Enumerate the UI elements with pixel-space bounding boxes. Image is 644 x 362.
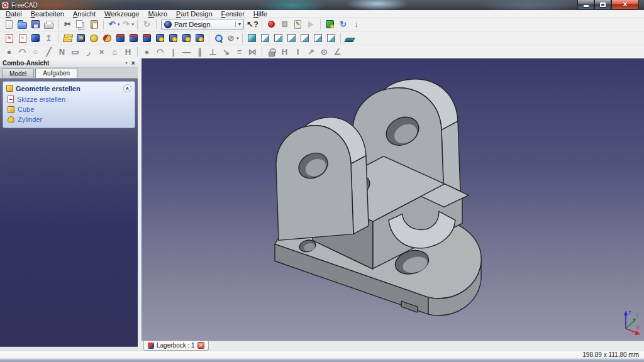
new-document-button[interactable] bbox=[3, 18, 15, 31]
download-button[interactable]: ↓ bbox=[350, 18, 362, 31]
lagerbock-3d-part[interactable] bbox=[142, 59, 644, 341]
polar-pattern-button[interactable] bbox=[180, 32, 192, 45]
fillet-button[interactable] bbox=[114, 32, 126, 45]
dropdown-caret-icon[interactable]: ▾ bbox=[235, 21, 241, 27]
create-polyline-button[interactable]: N bbox=[56, 46, 68, 58]
view-bottom-button[interactable] bbox=[312, 32, 324, 45]
chamfer-button[interactable] bbox=[128, 32, 140, 45]
tab-model[interactable]: Model bbox=[2, 69, 34, 78]
create-arc-button[interactable]: ◠ bbox=[16, 46, 28, 58]
constrain-parallel-button[interactable]: ∥ bbox=[194, 46, 206, 58]
refresh-button[interactable]: ↻ bbox=[141, 18, 153, 31]
draw-style-button[interactable]: ⊘▾ bbox=[226, 32, 239, 45]
cut-button[interactable]: ✂ bbox=[62, 18, 74, 31]
view-front-button[interactable] bbox=[259, 32, 271, 45]
dropdown-caret-icon[interactable]: ▾ bbox=[236, 36, 239, 41]
toggle-construction-button[interactable]: H bbox=[122, 46, 134, 58]
constrain-angle-button[interactable]: ∠ bbox=[331, 46, 343, 58]
macro-play-button[interactable] bbox=[305, 18, 317, 31]
edit-sketch-button[interactable]: ≈ bbox=[16, 32, 28, 45]
constrain-equal-button[interactable]: = bbox=[233, 46, 245, 58]
menu-werkzeuge[interactable]: Werkzeuge bbox=[100, 10, 143, 18]
view-right-button[interactable] bbox=[286, 32, 297, 45]
copy-button[interactable] bbox=[75, 18, 87, 31]
map-sketch-button[interactable] bbox=[30, 32, 42, 45]
create-fillet-button[interactable]: ◞ bbox=[82, 46, 94, 58]
constrain-horizontal-button[interactable]: — bbox=[180, 46, 192, 58]
view-axonometric-button[interactable] bbox=[246, 32, 258, 45]
mirrored-button[interactable] bbox=[154, 32, 166, 45]
create-circle-button[interactable]: ○ bbox=[30, 46, 42, 58]
open-document-button[interactable] bbox=[16, 18, 28, 31]
view-top-button[interactable] bbox=[272, 32, 284, 45]
document-tab-lagerbock-1[interactable]: Lagerbock : 1× bbox=[143, 341, 209, 351]
leave-sketch-button[interactable]: ↥ bbox=[43, 32, 55, 45]
macro-stop-button[interactable] bbox=[279, 18, 291, 31]
constrain-distance-x-button[interactable]: H bbox=[279, 46, 291, 58]
zoom-fit-all-button[interactable] bbox=[213, 32, 225, 45]
close-button[interactable]: × bbox=[611, 0, 639, 9]
revolution-button[interactable] bbox=[88, 32, 100, 45]
pocket-button[interactable] bbox=[75, 32, 87, 45]
menu-ansicht[interactable]: Ansicht bbox=[69, 10, 100, 18]
measure-button[interactable] bbox=[344, 32, 356, 45]
menu-bearbeiten[interactable]: Bearbeiten bbox=[26, 10, 69, 18]
minimize-button[interactable] bbox=[577, 0, 594, 9]
dock-pin-icon[interactable]: ▪ bbox=[125, 60, 127, 66]
external-geometry-button[interactable]: ⌂ bbox=[109, 46, 121, 58]
create-point-button[interactable]: ● bbox=[3, 46, 15, 58]
title-bar[interactable]: FreeCAD × bbox=[0, 0, 644, 10]
multi-transform-button[interactable] bbox=[194, 32, 206, 45]
constrain-coincident-button[interactable]: ● bbox=[141, 46, 153, 58]
macro-record-button[interactable] bbox=[265, 18, 277, 31]
undo-button[interactable]: ↶▾ bbox=[107, 18, 120, 31]
constrain-tangent-button[interactable]: ↘ bbox=[220, 46, 232, 58]
constrain-lock-button[interactable] bbox=[265, 46, 277, 58]
redo-button[interactable]: ↷▾ bbox=[121, 18, 135, 31]
dropdown-caret-icon[interactable]: ▾ bbox=[132, 22, 135, 27]
view-left-button[interactable] bbox=[325, 32, 337, 45]
menu-hilfe[interactable]: Hilfe bbox=[249, 10, 272, 18]
view-rear-button[interactable] bbox=[299, 32, 311, 45]
panel-close-icon[interactable]: × bbox=[131, 60, 135, 67]
dropdown-caret-icon[interactable]: ▾ bbox=[118, 22, 120, 27]
menu-part-design[interactable]: Part Design bbox=[172, 10, 216, 18]
paste-button[interactable] bbox=[88, 18, 100, 31]
panel-resize-area[interactable] bbox=[0, 346, 138, 351]
pad-button[interactable] bbox=[62, 32, 74, 45]
maximize-button[interactable] bbox=[594, 0, 611, 9]
web-reload-button[interactable]: ↻ bbox=[337, 18, 349, 31]
groove-button[interactable] bbox=[101, 32, 113, 45]
toolbar-separator bbox=[262, 19, 262, 30]
menu-datei[interactable]: Datei bbox=[1, 10, 26, 18]
tab-aufgaben[interactable]: Aufgaben bbox=[35, 68, 77, 78]
constrain-symmetric-button[interactable]: ⋈ bbox=[247, 46, 258, 58]
trim-edge-button[interactable]: × bbox=[96, 46, 108, 58]
constrain-vertical-button[interactable]: | bbox=[167, 46, 179, 58]
toolbar-separator bbox=[58, 19, 58, 30]
linear-pattern-button[interactable] bbox=[167, 32, 179, 45]
constrain-point-on-object-button[interactable]: ◠ bbox=[154, 46, 166, 58]
tab-close-icon[interactable]: × bbox=[197, 342, 204, 349]
workbench-selector[interactable]: Part Design▾ bbox=[161, 19, 244, 30]
whats-this-button[interactable]: ↖? bbox=[247, 18, 258, 31]
draft-button[interactable] bbox=[141, 32, 153, 45]
constrain-distance-button[interactable]: ↗ bbox=[305, 46, 317, 58]
task-item-cube[interactable]: Cube bbox=[3, 104, 135, 114]
create-rectangle-button[interactable]: ▭ bbox=[69, 46, 81, 58]
task-item-zylinder[interactable]: Zylinder bbox=[3, 114, 135, 124]
create-line-button[interactable]: ╱ bbox=[43, 46, 55, 58]
menu-fenster[interactable]: Fenster bbox=[217, 10, 249, 18]
print-document-button[interactable] bbox=[43, 18, 55, 31]
collapse-button[interactable]: ∧ bbox=[123, 84, 131, 92]
3d-viewport[interactable]: Z Y X bbox=[142, 58, 644, 341]
task-item-skizze-erstellen[interactable]: Skizze erstellen bbox=[3, 94, 135, 104]
save-document-button[interactable] bbox=[30, 18, 42, 31]
constrain-radius-button[interactable]: ⊙ bbox=[318, 46, 330, 58]
menu-makro[interactable]: Makro bbox=[143, 10, 172, 18]
new-sketch-button[interactable]: ≈ bbox=[3, 32, 15, 45]
parameter-editor-button[interactable] bbox=[324, 18, 336, 31]
constrain-perpendicular-button[interactable]: ⊥ bbox=[207, 46, 219, 58]
macro-edit-button[interactable]: ✎ bbox=[292, 18, 304, 31]
constrain-distance-y-button[interactable]: I bbox=[292, 46, 304, 58]
